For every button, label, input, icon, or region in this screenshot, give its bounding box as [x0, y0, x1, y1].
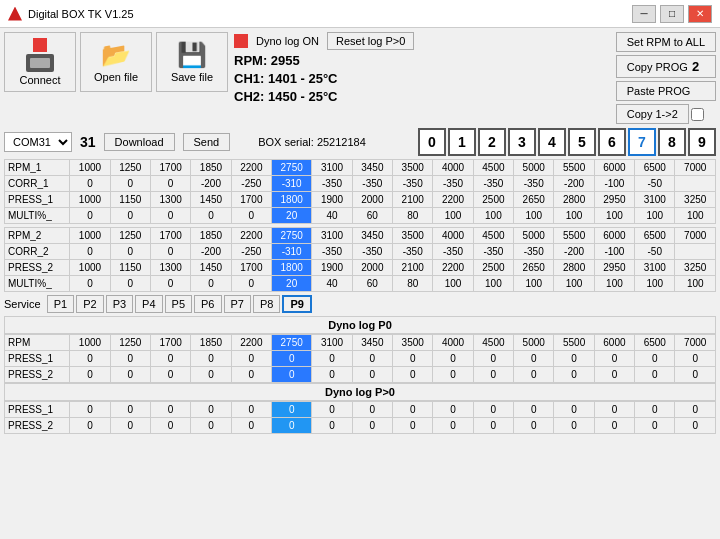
cell[interactable]: 5500 — [554, 160, 594, 176]
cell[interactable]: 0 — [70, 402, 110, 418]
cell[interactable]: 2500 — [473, 192, 513, 208]
cell[interactable]: 2000 — [352, 260, 392, 276]
cell[interactable]: 3500 — [393, 228, 433, 244]
cell[interactable]: 0 — [150, 367, 190, 383]
cell[interactable]: 7000 — [675, 335, 716, 351]
cell[interactable]: 0 — [231, 208, 271, 224]
cell[interactable]: 0 — [70, 176, 110, 192]
cell[interactable]: 80 — [393, 276, 433, 292]
cell[interactable]: 3100 — [312, 160, 352, 176]
cell[interactable]: 100 — [554, 276, 594, 292]
cell[interactable]: 0 — [635, 367, 675, 383]
cell[interactable]: 2750 — [272, 160, 312, 176]
cell[interactable]: 100 — [675, 208, 716, 224]
cell[interactable]: 0 — [675, 402, 716, 418]
cell[interactable]: 0 — [554, 367, 594, 383]
cell[interactable]: 100 — [473, 208, 513, 224]
cell[interactable]: 0 — [393, 351, 433, 367]
rpm-num-3[interactable]: 3 — [508, 128, 536, 156]
cell[interactable]: -350 — [352, 176, 392, 192]
cell[interactable]: 1700 — [231, 192, 271, 208]
cell[interactable]: 0 — [514, 402, 554, 418]
cell[interactable]: 3250 — [675, 260, 716, 276]
cell[interactable]: 100 — [635, 208, 675, 224]
cell[interactable]: 6000 — [594, 335, 634, 351]
cell[interactable]: 0 — [635, 402, 675, 418]
cell[interactable]: -50 — [635, 244, 675, 260]
cell[interactable]: 2200 — [433, 192, 473, 208]
cell[interactable]: 4000 — [433, 335, 473, 351]
cell[interactable]: 1250 — [110, 228, 150, 244]
cell[interactable]: 1000 — [70, 192, 110, 208]
cell[interactable]: 1000 — [70, 260, 110, 276]
cell[interactable]: 2650 — [514, 260, 554, 276]
cell[interactable]: -350 — [473, 176, 513, 192]
cell[interactable]: 2000 — [352, 192, 392, 208]
cell[interactable]: 0 — [272, 418, 312, 434]
cell[interactable]: 100 — [473, 276, 513, 292]
cell[interactable]: -200 — [554, 176, 594, 192]
rpm-num-0[interactable]: 0 — [418, 128, 446, 156]
cell[interactable]: 100 — [594, 276, 634, 292]
cell[interactable]: 0 — [110, 244, 150, 260]
cell[interactable]: 100 — [635, 276, 675, 292]
service-tab-p1[interactable]: P1 — [47, 295, 74, 313]
cell[interactable]: 3450 — [352, 228, 392, 244]
cell[interactable]: 1700 — [150, 228, 190, 244]
cell[interactable]: 0 — [594, 418, 634, 434]
cell[interactable]: 4500 — [473, 160, 513, 176]
cell[interactable]: 0 — [272, 367, 312, 383]
cell[interactable]: 2750 — [272, 228, 312, 244]
cell[interactable]: 100 — [514, 208, 554, 224]
cell[interactable]: 2200 — [433, 260, 473, 276]
cell[interactable]: 2200 — [231, 160, 271, 176]
download-button[interactable]: Download — [104, 133, 175, 151]
cell[interactable]: 0 — [231, 351, 271, 367]
cell[interactable]: 1000 — [70, 228, 110, 244]
cell[interactable]: 4000 — [433, 228, 473, 244]
cell[interactable]: 1700 — [150, 335, 190, 351]
cell[interactable]: 2950 — [594, 192, 634, 208]
cell[interactable]: 0 — [191, 208, 231, 224]
cell[interactable]: 0 — [70, 418, 110, 434]
cell[interactable]: 100 — [433, 276, 473, 292]
cell[interactable]: 0 — [433, 418, 473, 434]
cell[interactable]: -350 — [312, 176, 352, 192]
cell[interactable]: 0 — [231, 276, 271, 292]
cell[interactable]: 1700 — [231, 260, 271, 276]
cell[interactable]: -250 — [231, 176, 271, 192]
cell[interactable]: 5500 — [554, 228, 594, 244]
cell[interactable]: 0 — [473, 351, 513, 367]
cell[interactable]: 1800 — [272, 192, 312, 208]
service-tab-p2[interactable]: P2 — [76, 295, 103, 313]
cell[interactable]: 0 — [272, 351, 312, 367]
cell[interactable]: 1250 — [110, 335, 150, 351]
cell[interactable]: 0 — [352, 367, 392, 383]
cell[interactable]: -350 — [433, 244, 473, 260]
service-tab-p8[interactable]: P8 — [253, 295, 280, 313]
cell[interactable]: 2200 — [231, 335, 271, 351]
cell[interactable]: 2500 — [473, 260, 513, 276]
cell[interactable]: 1900 — [312, 260, 352, 276]
cell[interactable]: 1000 — [70, 160, 110, 176]
cell[interactable]: 0 — [675, 418, 716, 434]
cell[interactable]: 80 — [393, 208, 433, 224]
cell[interactable]: 0 — [110, 276, 150, 292]
cell[interactable]: 7000 — [675, 228, 716, 244]
cell[interactable]: 0 — [675, 367, 716, 383]
cell[interactable]: 2950 — [594, 260, 634, 276]
cell[interactable]: 0 — [473, 418, 513, 434]
copy-prog-button[interactable]: Copy PROG 2 — [616, 55, 716, 78]
cell[interactable]: 1850 — [191, 335, 231, 351]
cell[interactable]: 5000 — [514, 228, 554, 244]
cell[interactable]: -310 — [272, 244, 312, 260]
cell[interactable]: 2800 — [554, 192, 594, 208]
cell[interactable]: 0 — [635, 418, 675, 434]
cell[interactable]: 6000 — [594, 160, 634, 176]
service-tab-p6[interactable]: P6 — [194, 295, 221, 313]
cell[interactable]: -100 — [594, 244, 634, 260]
cell[interactable]: -350 — [393, 244, 433, 260]
cell[interactable]: 0 — [110, 176, 150, 192]
cell[interactable]: 0 — [433, 402, 473, 418]
cell[interactable]: -350 — [352, 244, 392, 260]
